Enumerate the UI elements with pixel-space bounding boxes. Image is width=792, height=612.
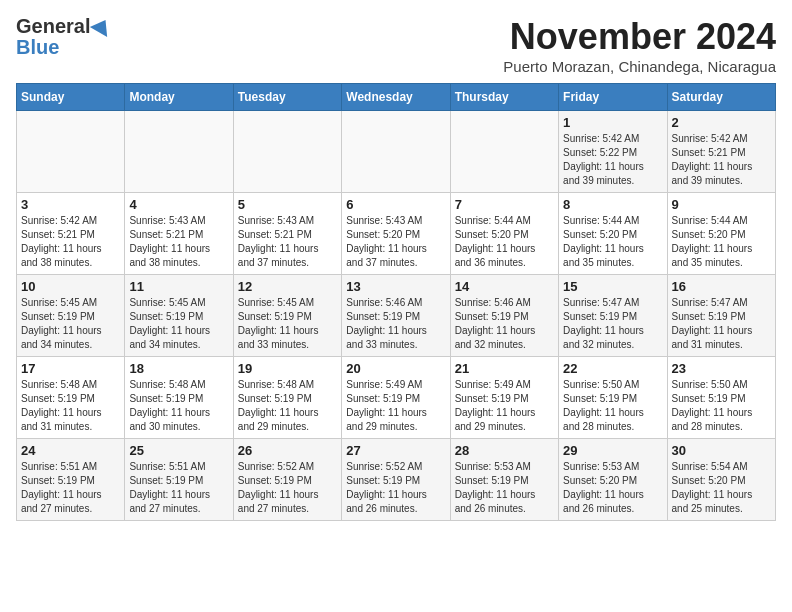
day-number: 28 xyxy=(455,443,554,458)
day-info: Sunrise: 5:42 AM Sunset: 5:22 PM Dayligh… xyxy=(563,132,662,188)
day-number: 17 xyxy=(21,361,120,376)
logo-general: General xyxy=(16,16,90,36)
day-info: Sunrise: 5:48 AM Sunset: 5:19 PM Dayligh… xyxy=(238,378,337,434)
day-info: Sunrise: 5:44 AM Sunset: 5:20 PM Dayligh… xyxy=(672,214,771,270)
day-info: Sunrise: 5:45 AM Sunset: 5:19 PM Dayligh… xyxy=(129,296,228,352)
day-info: Sunrise: 5:43 AM Sunset: 5:20 PM Dayligh… xyxy=(346,214,445,270)
day-info: Sunrise: 5:42 AM Sunset: 5:21 PM Dayligh… xyxy=(672,132,771,188)
calendar-cell: 14Sunrise: 5:46 AM Sunset: 5:19 PM Dayli… xyxy=(450,275,558,357)
day-info: Sunrise: 5:53 AM Sunset: 5:19 PM Dayligh… xyxy=(455,460,554,516)
logo: General Blue xyxy=(16,16,112,59)
day-number: 9 xyxy=(672,197,771,212)
calendar-body: 1Sunrise: 5:42 AM Sunset: 5:22 PM Daylig… xyxy=(17,111,776,521)
day-number: 30 xyxy=(672,443,771,458)
day-number: 16 xyxy=(672,279,771,294)
day-header-sunday: Sunday xyxy=(17,84,125,111)
calendar-cell: 15Sunrise: 5:47 AM Sunset: 5:19 PM Dayli… xyxy=(559,275,667,357)
calendar-cell: 19Sunrise: 5:48 AM Sunset: 5:19 PM Dayli… xyxy=(233,357,341,439)
day-info: Sunrise: 5:51 AM Sunset: 5:19 PM Dayligh… xyxy=(129,460,228,516)
day-number: 27 xyxy=(346,443,445,458)
day-header-wednesday: Wednesday xyxy=(342,84,450,111)
day-info: Sunrise: 5:52 AM Sunset: 5:19 PM Dayligh… xyxy=(238,460,337,516)
logo-icon xyxy=(90,15,114,37)
day-number: 20 xyxy=(346,361,445,376)
day-info: Sunrise: 5:44 AM Sunset: 5:20 PM Dayligh… xyxy=(563,214,662,270)
calendar-cell: 28Sunrise: 5:53 AM Sunset: 5:19 PM Dayli… xyxy=(450,439,558,521)
calendar-cell xyxy=(342,111,450,193)
day-info: Sunrise: 5:51 AM Sunset: 5:19 PM Dayligh… xyxy=(21,460,120,516)
day-number: 15 xyxy=(563,279,662,294)
day-number: 10 xyxy=(21,279,120,294)
day-info: Sunrise: 5:52 AM Sunset: 5:19 PM Dayligh… xyxy=(346,460,445,516)
day-header-tuesday: Tuesday xyxy=(233,84,341,111)
calendar-week-3: 10Sunrise: 5:45 AM Sunset: 5:19 PM Dayli… xyxy=(17,275,776,357)
day-number: 14 xyxy=(455,279,554,294)
day-info: Sunrise: 5:43 AM Sunset: 5:21 PM Dayligh… xyxy=(129,214,228,270)
day-header-monday: Monday xyxy=(125,84,233,111)
logo-blue: Blue xyxy=(16,36,59,59)
calendar-cell xyxy=(17,111,125,193)
day-info: Sunrise: 5:47 AM Sunset: 5:19 PM Dayligh… xyxy=(672,296,771,352)
day-number: 13 xyxy=(346,279,445,294)
calendar-cell: 21Sunrise: 5:49 AM Sunset: 5:19 PM Dayli… xyxy=(450,357,558,439)
day-number: 2 xyxy=(672,115,771,130)
calendar-cell xyxy=(450,111,558,193)
day-number: 24 xyxy=(21,443,120,458)
calendar-week-1: 1Sunrise: 5:42 AM Sunset: 5:22 PM Daylig… xyxy=(17,111,776,193)
calendar-cell xyxy=(233,111,341,193)
calendar-cell: 2Sunrise: 5:42 AM Sunset: 5:21 PM Daylig… xyxy=(667,111,775,193)
calendar-header-row: SundayMondayTuesdayWednesdayThursdayFrid… xyxy=(17,84,776,111)
calendar-cell: 4Sunrise: 5:43 AM Sunset: 5:21 PM Daylig… xyxy=(125,193,233,275)
page-header: General Blue November 2024 Puerto Moraza… xyxy=(16,16,776,75)
day-info: Sunrise: 5:45 AM Sunset: 5:19 PM Dayligh… xyxy=(238,296,337,352)
calendar-cell: 18Sunrise: 5:48 AM Sunset: 5:19 PM Dayli… xyxy=(125,357,233,439)
calendar-week-2: 3Sunrise: 5:42 AM Sunset: 5:21 PM Daylig… xyxy=(17,193,776,275)
calendar-cell: 20Sunrise: 5:49 AM Sunset: 5:19 PM Dayli… xyxy=(342,357,450,439)
calendar-cell: 5Sunrise: 5:43 AM Sunset: 5:21 PM Daylig… xyxy=(233,193,341,275)
day-info: Sunrise: 5:46 AM Sunset: 5:19 PM Dayligh… xyxy=(346,296,445,352)
calendar-cell: 8Sunrise: 5:44 AM Sunset: 5:20 PM Daylig… xyxy=(559,193,667,275)
location-subtitle: Puerto Morazan, Chinandega, Nicaragua xyxy=(503,58,776,75)
month-title: November 2024 xyxy=(503,16,776,58)
day-number: 11 xyxy=(129,279,228,294)
day-number: 22 xyxy=(563,361,662,376)
day-header-thursday: Thursday xyxy=(450,84,558,111)
day-number: 4 xyxy=(129,197,228,212)
day-info: Sunrise: 5:46 AM Sunset: 5:19 PM Dayligh… xyxy=(455,296,554,352)
calendar-cell: 9Sunrise: 5:44 AM Sunset: 5:20 PM Daylig… xyxy=(667,193,775,275)
calendar-cell: 17Sunrise: 5:48 AM Sunset: 5:19 PM Dayli… xyxy=(17,357,125,439)
day-header-saturday: Saturday xyxy=(667,84,775,111)
day-header-friday: Friday xyxy=(559,84,667,111)
calendar-cell: 25Sunrise: 5:51 AM Sunset: 5:19 PM Dayli… xyxy=(125,439,233,521)
day-info: Sunrise: 5:49 AM Sunset: 5:19 PM Dayligh… xyxy=(455,378,554,434)
calendar-cell: 3Sunrise: 5:42 AM Sunset: 5:21 PM Daylig… xyxy=(17,193,125,275)
calendar-cell: 12Sunrise: 5:45 AM Sunset: 5:19 PM Dayli… xyxy=(233,275,341,357)
day-number: 12 xyxy=(238,279,337,294)
day-number: 1 xyxy=(563,115,662,130)
calendar-cell: 26Sunrise: 5:52 AM Sunset: 5:19 PM Dayli… xyxy=(233,439,341,521)
day-info: Sunrise: 5:54 AM Sunset: 5:20 PM Dayligh… xyxy=(672,460,771,516)
day-info: Sunrise: 5:43 AM Sunset: 5:21 PM Dayligh… xyxy=(238,214,337,270)
day-number: 29 xyxy=(563,443,662,458)
day-number: 21 xyxy=(455,361,554,376)
calendar-cell: 23Sunrise: 5:50 AM Sunset: 5:19 PM Dayli… xyxy=(667,357,775,439)
calendar-week-4: 17Sunrise: 5:48 AM Sunset: 5:19 PM Dayli… xyxy=(17,357,776,439)
day-number: 8 xyxy=(563,197,662,212)
day-number: 5 xyxy=(238,197,337,212)
day-number: 23 xyxy=(672,361,771,376)
day-number: 7 xyxy=(455,197,554,212)
day-number: 6 xyxy=(346,197,445,212)
calendar-cell: 22Sunrise: 5:50 AM Sunset: 5:19 PM Dayli… xyxy=(559,357,667,439)
day-info: Sunrise: 5:42 AM Sunset: 5:21 PM Dayligh… xyxy=(21,214,120,270)
calendar-table: SundayMondayTuesdayWednesdayThursdayFrid… xyxy=(16,83,776,521)
calendar-cell: 29Sunrise: 5:53 AM Sunset: 5:20 PM Dayli… xyxy=(559,439,667,521)
calendar-cell: 11Sunrise: 5:45 AM Sunset: 5:19 PM Dayli… xyxy=(125,275,233,357)
calendar-cell xyxy=(125,111,233,193)
day-info: Sunrise: 5:48 AM Sunset: 5:19 PM Dayligh… xyxy=(129,378,228,434)
day-info: Sunrise: 5:44 AM Sunset: 5:20 PM Dayligh… xyxy=(455,214,554,270)
calendar-cell: 10Sunrise: 5:45 AM Sunset: 5:19 PM Dayli… xyxy=(17,275,125,357)
day-number: 26 xyxy=(238,443,337,458)
calendar-cell: 16Sunrise: 5:47 AM Sunset: 5:19 PM Dayli… xyxy=(667,275,775,357)
day-info: Sunrise: 5:47 AM Sunset: 5:19 PM Dayligh… xyxy=(563,296,662,352)
calendar-cell: 24Sunrise: 5:51 AM Sunset: 5:19 PM Dayli… xyxy=(17,439,125,521)
